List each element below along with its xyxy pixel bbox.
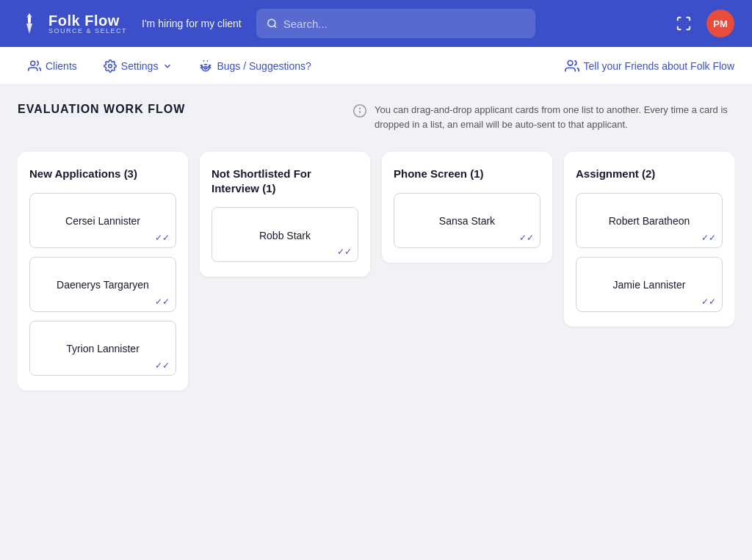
column-title-not-shortlisted: Not Shortlisted For Interview (1) (212, 167, 358, 195)
applicant-name: Cersei Lannister (40, 214, 165, 229)
bugs-label: Bugs / Suggestions? (217, 60, 311, 72)
applicant-card[interactable]: Daenerys Targaryen✓✓ (29, 257, 176, 312)
column-title-new-applications: New Applications (3) (29, 167, 176, 181)
logo-subtitle: SOURCE & SELECT (48, 28, 127, 34)
applicant-name: Jamie Lannister (587, 278, 712, 293)
hiring-label: I'm hiring for my client (142, 18, 242, 29)
card-check-icon: ✓✓ (701, 297, 716, 307)
clients-label: Clients (46, 60, 77, 72)
nav-settings[interactable]: Settings (93, 54, 184, 79)
info-banner: You can drag-and-drop applicant cards fr… (352, 103, 734, 131)
card-check-icon: ✓✓ (519, 233, 534, 243)
svg-point-7 (360, 108, 361, 109)
expand-button[interactable] (673, 12, 695, 34)
applicant-name: Sansa Stark (405, 214, 529, 229)
column-title-phone-screen: Phone Screen (1) (394, 167, 540, 181)
settings-icon (104, 59, 117, 73)
navbar: Clients Settings Bugs / Suggestions? Tel… (0, 47, 752, 85)
search-bar[interactable] (256, 9, 535, 38)
card-check-icon: ✓✓ (155, 233, 170, 243)
card-check-icon: ✓✓ (155, 297, 170, 307)
card-check-icon: ✓✓ (701, 233, 716, 243)
friends-label: Tell your Friends about Folk Flow (584, 60, 734, 72)
avatar[interactable]: PM (706, 10, 734, 37)
kanban-column-assignment: Assignment (2)Robert Baratheon✓✓Jamie La… (564, 152, 734, 327)
logo: Folk Flow SOURCE & SELECT (18, 12, 127, 35)
logo-text: Folk Flow SOURCE & SELECT (48, 13, 127, 34)
kanban-board: New Applications (3)Cersei Lannister✓✓Da… (18, 152, 734, 402)
search-icon (267, 18, 278, 29)
kanban-column-new-applications: New Applications (3)Cersei Lannister✓✓Da… (18, 152, 188, 390)
info-icon (352, 103, 367, 124)
svg-point-3 (31, 61, 35, 65)
applicant-card[interactable]: Sansa Stark✓✓ (394, 193, 540, 248)
logo-title: Folk Flow (48, 13, 127, 28)
applicant-name: Tyrion Lannister (40, 342, 165, 357)
svg-point-5 (568, 60, 573, 65)
column-title-assignment: Assignment (2) (576, 167, 723, 181)
applicant-name: Robb Stark (223, 229, 347, 244)
clients-icon (28, 59, 41, 73)
applicant-card[interactable]: Tyrion Lannister✓✓ (29, 321, 176, 376)
kanban-column-phone-screen: Phone Screen (1)Sansa Stark✓✓ (382, 152, 552, 263)
svg-rect-0 (28, 16, 31, 23)
chevron-down-icon (162, 61, 173, 71)
card-check-icon: ✓✓ (337, 247, 352, 257)
settings-label: Settings (121, 60, 159, 72)
applicant-card[interactable]: Robb Stark✓✓ (212, 207, 358, 262)
applicant-card[interactable]: Cersei Lannister✓✓ (29, 193, 176, 248)
friends-icon (565, 59, 579, 73)
svg-point-4 (109, 64, 112, 68)
applicant-name: Daenerys Targaryen (40, 278, 165, 293)
applicant-card[interactable]: Jamie Lannister✓✓ (576, 257, 723, 312)
applicant-card[interactable]: Robert Baratheon✓✓ (576, 193, 723, 248)
svg-point-1 (268, 19, 275, 26)
svg-line-2 (274, 26, 276, 28)
kanban-column-not-shortlisted: Not Shortlisted For Interview (1)Robb St… (200, 152, 370, 277)
main-content: EVALUATION WORK FLOW You can drag-and-dr… (0, 85, 752, 420)
info-text: You can drag-and-drop applicant cards fr… (375, 103, 734, 131)
nav-friends[interactable]: Tell your Friends about Folk Flow (565, 59, 734, 73)
page-title: EVALUATION WORK FLOW (18, 103, 185, 116)
header-actions: PM (673, 10, 734, 37)
applicant-name: Robert Baratheon (587, 214, 712, 229)
nav-clients[interactable]: Clients (18, 54, 87, 79)
nav-bugs[interactable]: Bugs / Suggestions? (189, 54, 321, 79)
search-input[interactable] (283, 18, 525, 30)
header: Folk Flow SOURCE & SELECT I'm hiring for… (0, 0, 752, 47)
card-check-icon: ✓✓ (155, 360, 170, 371)
logo-icon (18, 12, 41, 35)
bug-icon (199, 59, 212, 73)
